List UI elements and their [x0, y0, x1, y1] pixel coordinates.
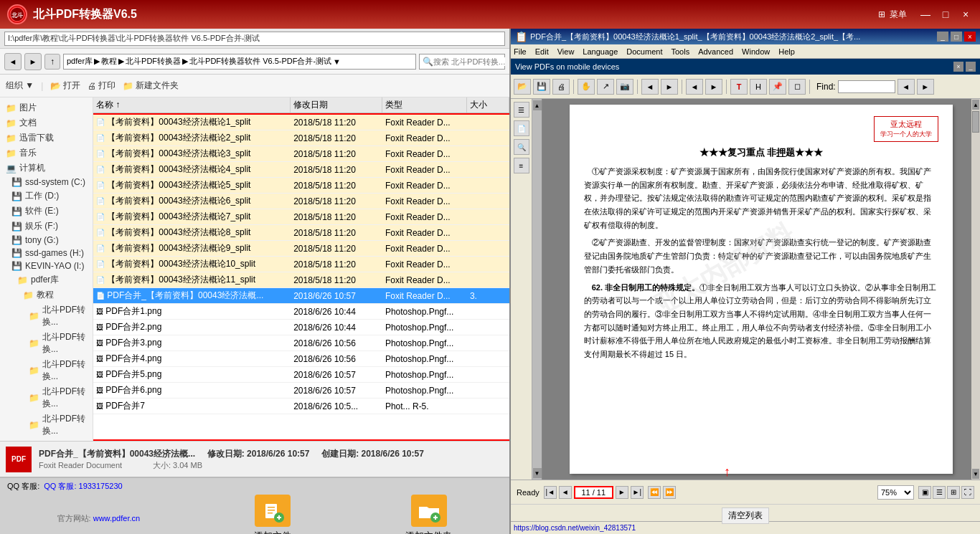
pdf-panel-search[interactable]: 🔍	[514, 139, 529, 155]
pdf-panel-pages[interactable]: 📄	[514, 120, 529, 136]
add-folder-button[interactable]: 添加文件夹	[405, 495, 452, 534]
pdf-spread-view[interactable]: ⊞	[947, 486, 960, 499]
menu-item-view[interactable]: View	[557, 47, 575, 56]
pdf-rewind[interactable]: ⏪	[648, 486, 661, 499]
pdf-select-tool[interactable]: ↗	[597, 79, 614, 95]
address-path[interactable]: I:\pdfer库\教程\北斗PDF转换器\北斗PDF转换器软件 V6.5-PD…	[4, 32, 505, 46]
list-item[interactable]: 📄 【考前资料】00043经济法概论5_split 2018/5/18 11:2…	[93, 178, 509, 194]
scrollbar-thumb[interactable]	[972, 111, 979, 133]
list-item[interactable]: 🖼 PDF合并3.png 2018/6/26 10:56 Photoshop.P…	[93, 335, 509, 351]
sidebar-item-tutorial[interactable]: 📁 教程	[0, 287, 93, 302]
pdf-find-input[interactable]	[838, 80, 895, 93]
sidebar-item-h-drive[interactable]: 💾 ssd-games (H:)	[0, 247, 93, 259]
list-item[interactable]: 🖼 PDF合并6.png 2018/6/26 10:57 Photoshop.P…	[93, 383, 509, 399]
sidebar-item-d-drive[interactable]: 💾 工作 (D:)	[0, 189, 93, 204]
pdf-single-page-view[interactable]: ▣	[918, 486, 931, 499]
nav-up-button[interactable]: ↑	[44, 54, 60, 70]
pdf-text-tool[interactable]: T	[730, 79, 748, 95]
print-button[interactable]: 🖨 打印	[88, 80, 116, 92]
list-item[interactable]: 🖼 PDF合并5.png 2018/6/26 10:57 Photoshop.P…	[93, 367, 509, 383]
sidebar-item-documents[interactable]: 📁 文档	[0, 115, 93, 130]
website-link[interactable]: www.pdfer.cn	[93, 514, 140, 523]
menu-item-tools[interactable]: Tools	[671, 47, 689, 56]
sidebar-item-bdpdf3[interactable]: 📁 北斗PDF转换...	[0, 357, 93, 384]
pdf-print-button[interactable]: 🖨	[552, 79, 570, 95]
list-item[interactable]: 🖼 PDF合并7 2018/6/26 10:5... Phot... R-5.	[93, 399, 509, 414]
list-item[interactable]: 📄 【考前资料】00043经济法概论8_split 2018/5/18 11:2…	[93, 225, 509, 241]
sidebar-item-downloads[interactable]: 📁 迅雷下载	[0, 130, 93, 146]
sidebar-item-pdfer[interactable]: 📁 pdfer库	[0, 272, 93, 287]
clear-list-button[interactable]: 清空列表	[722, 507, 769, 524]
sidebar-item-f-drive[interactable]: 💾 娱乐 (F:)	[0, 219, 93, 234]
col-header-size[interactable]: 大小	[467, 97, 509, 113]
pdf-close-button[interactable]: ×	[964, 32, 976, 42]
pdf-maximize-button[interactable]: □	[951, 32, 962, 42]
mobile-bar-close[interactable]: ×	[953, 62, 963, 72]
mobile-bar-min[interactable]: _	[966, 62, 976, 72]
sidebar-item-pictures[interactable]: 📁 图片	[0, 100, 93, 115]
col-header-name[interactable]: 名称 ↑	[93, 97, 291, 113]
pdf-eraser-tool[interactable]: ◻	[788, 79, 806, 95]
list-item[interactable]: 📄 【考前资料】00043经济法概论11_split 2018/5/18 11:…	[93, 272, 509, 288]
menu-item-file[interactable]: File	[514, 47, 527, 56]
pdf-forward[interactable]: ⏩	[663, 486, 676, 499]
scroll-up[interactable]: ▲	[533, 100, 542, 110]
pdf-find-prev[interactable]: ◄	[897, 79, 915, 95]
search-input[interactable]	[433, 57, 505, 66]
maximize-button[interactable]: □	[938, 7, 953, 22]
scrollbar-down[interactable]: ▼	[972, 469, 979, 479]
pdf-zoom-select[interactable]: 75% 100% 150%	[877, 485, 914, 500]
menu-item-help[interactable]: Help	[778, 47, 795, 56]
sidebar-item-e-drive[interactable]: 💾 软件 (E:)	[0, 204, 93, 219]
minimize-button[interactable]: —	[918, 7, 933, 22]
sidebar-item-bdpdf1[interactable]: 📁 北斗PDF转换...	[0, 302, 93, 330]
sidebar-item-computer[interactable]: 💻 计算机	[0, 161, 93, 176]
pdf-save-button[interactable]: 💾	[533, 79, 550, 95]
pdf-scrollbar[interactable]: ▲ ▼	[971, 99, 980, 480]
list-item[interactable]: 📄 【考前资料】00043经济法概论9_split 2018/5/18 11:2…	[93, 241, 509, 257]
qq-number[interactable]: QQ 客服: 1933175230	[44, 481, 122, 492]
list-item[interactable]: 📄 【考前资料】00043经济法概论10_split 2018/5/18 11:…	[93, 257, 509, 272]
list-item[interactable]: 📄 PDF合并_【考前资料】00043经济法概... 2018/6/26 10:…	[93, 288, 509, 304]
list-item[interactable]: 📄 【考前资料】00043经济法概论2_split 2018/5/18 11:2…	[93, 130, 509, 146]
add-file-button[interactable]: 添加文件	[254, 495, 291, 534]
pdf-next-page-btn[interactable]: ►	[616, 486, 628, 499]
scroll-down[interactable]: ▼	[533, 468, 542, 478]
menu-item-language[interactable]: Language	[583, 47, 618, 56]
new-folder-button[interactable]: 📁 新建文件夹	[123, 80, 179, 92]
pdf-last-page[interactable]: ►|	[631, 486, 644, 499]
pdf-zoom-in[interactable]: ►	[661, 79, 678, 95]
list-item[interactable]: 🖼 PDF合并2.png 2018/6/26 10:44 Photoshop.P…	[93, 320, 509, 335]
pdf-snapshot-tool[interactable]: 📷	[616, 79, 633, 95]
sidebar-item-bdpdf4[interactable]: 📁 北斗PDF转换...	[0, 384, 93, 411]
pdf-zoom-out[interactable]: ◄	[641, 79, 659, 95]
list-item[interactable]: 📄 【考前资料】00043经济法概论7_split 2018/5/18 11:2…	[93, 209, 509, 225]
nav-forward-button[interactable]: ►	[24, 53, 42, 70]
list-item[interactable]: 📄 【考前资料】00043经济法概论4_split 2018/5/18 11:2…	[93, 162, 509, 178]
pdf-continuous-view[interactable]: ☰	[933, 486, 946, 499]
pdf-find-next[interactable]: ►	[917, 79, 934, 95]
pdf-prev-page-btn[interactable]: ◄	[559, 486, 572, 499]
pdf-prev-page[interactable]: ◄	[686, 79, 703, 95]
pdf-open-button[interactable]: 📂	[514, 79, 531, 95]
pdf-hand-tool[interactable]: ✋	[578, 79, 595, 95]
list-item[interactable]: 📄 【考前资料】00043经济法概论1_split 2018/5/18 11:2…	[93, 115, 509, 130]
nav-back-button[interactable]: ◄	[4, 53, 22, 70]
pdf-stamp-tool[interactable]: 📌	[769, 79, 786, 95]
sidebar-item-c-drive[interactable]: 💾 ssd-system (C:)	[0, 176, 93, 189]
pdf-first-page[interactable]: |◄	[544, 486, 557, 499]
menu-item-window[interactable]: Window	[742, 47, 770, 56]
sidebar-item-i-drive[interactable]: 💾 KEVIN-YAO (I:)	[0, 259, 93, 272]
list-item[interactable]: 🖼 PDF合并1.png 2018/6/26 10:44 Photoshop.P…	[93, 304, 509, 320]
pdf-panel-bookmark[interactable]: ☰	[514, 102, 529, 118]
pdf-panel-layers[interactable]: ≡	[514, 158, 529, 173]
sidebar-item-bdpdf2[interactable]: 📁 北斗PDF转换...	[0, 330, 93, 357]
menu-item-advanced[interactable]: Advanced	[698, 47, 733, 56]
list-item[interactable]: 📄 【考前资料】00043经济法概论3_split 2018/5/18 11:2…	[93, 146, 509, 162]
organize-button[interactable]: 组织 ▼	[6, 80, 34, 92]
pdf-highlight-tool[interactable]: H	[750, 79, 767, 95]
sidebar-item-music[interactable]: 📁 音乐	[0, 146, 93, 161]
breadcrumb[interactable]: pdfer库 ▶ 教程 ▶ 北斗PDF转换器 ▶ 北斗PDF转换器软件 V6.5…	[63, 54, 416, 70]
open-button[interactable]: 📂 打开	[50, 80, 80, 92]
pdf-next-page[interactable]: ►	[705, 79, 722, 95]
